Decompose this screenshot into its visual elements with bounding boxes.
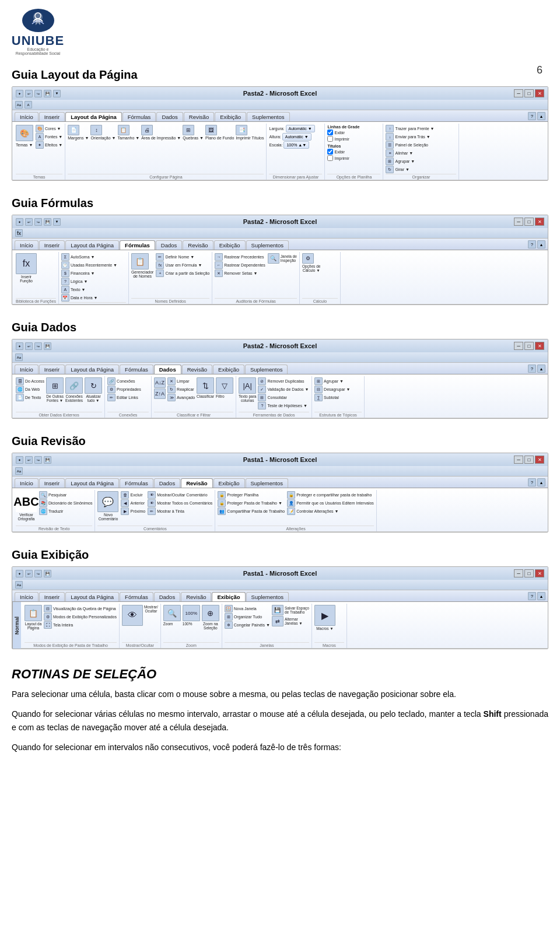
tab-revisao[interactable]: Revisão <box>184 112 214 121</box>
help-icon-r[interactable]: ? <box>528 478 536 486</box>
tab-r-dados[interactable]: Dados <box>154 478 180 488</box>
orientacao-label[interactable]: Orientação ▼ <box>90 136 116 140</box>
fontes-icon[interactable]: A <box>36 133 44 141</box>
texto-colunas-icon[interactable]: |A| <box>239 377 256 394</box>
compartilhar-pasta-label[interactable]: Compartilhar Pasta de Trabalho <box>227 509 285 513</box>
proteger-planilha-icon[interactable]: 🔒 <box>218 491 226 499</box>
inserir-funcao-label[interactable]: InserirFunção <box>16 275 37 283</box>
maximize-btn-e[interactable]: □ <box>524 569 534 577</box>
zoom-label[interactable]: Zoom <box>163 622 181 626</box>
maximize-btn-f[interactable]: □ <box>524 218 534 226</box>
texto-label[interactable]: Texto ▼ <box>71 288 86 292</box>
remover-setas-icon[interactable]: ✕ <box>215 269 223 277</box>
redo-btn-f[interactable]: ↪ <box>34 218 42 226</box>
maximize-btn-d[interactable]: □ <box>524 342 534 350</box>
tab-r-inicio[interactable]: Início <box>15 478 38 488</box>
tab-exibicao[interactable]: Exibição <box>215 112 246 121</box>
data-hora-icon[interactable]: 📅 <box>61 294 69 302</box>
quebras-label[interactable]: Quebras ▼ <box>183 136 204 140</box>
reaplicar-icon[interactable]: ↻ <box>167 386 176 393</box>
escala-input[interactable]: 100% ▲▼ <box>284 141 309 149</box>
permitir-usuarios-label[interactable]: Permitir que os Usuários Editem Interval… <box>296 501 374 505</box>
congelar-paineis-icon[interactable]: ❄ <box>225 621 233 629</box>
quebras-icon[interactable]: ⊞ <box>183 125 194 135</box>
filtro-label[interactable]: Filtro <box>216 394 233 398</box>
enviar-tras-icon[interactable]: ↓ <box>386 133 394 141</box>
help-icon[interactable]: ? <box>528 112 536 120</box>
reaplicar-label[interactable]: Reaplicar <box>177 387 194 391</box>
rastrear-prec-icon[interactable]: → <box>215 253 223 261</box>
proteger-pasta-label[interactable]: Proteger Pasta de Trabalho ▼ <box>227 501 282 505</box>
traduzir-icon[interactable]: 🌐 <box>39 507 47 515</box>
opcoes-calculo-icon[interactable]: ⚙ <box>302 253 314 264</box>
minimize-btn-d[interactable]: ─ <box>514 342 523 350</box>
nova-janela-label[interactable]: Nova Janela <box>234 607 257 611</box>
zoom-100-label[interactable]: 100% <box>183 622 200 626</box>
tela-inteira-label[interactable]: Tela Inteira <box>53 623 73 627</box>
fontes-label[interactable]: Fontes ▼ <box>45 135 62 139</box>
propriedades-label[interactable]: Propriedades <box>117 387 141 391</box>
tab-f-revisao[interactable]: Revisão <box>183 240 213 250</box>
help-icon-f[interactable]: ? <box>528 240 536 248</box>
agrupar-dados-icon[interactable]: ⊞ <box>314 377 323 385</box>
titulos-exibir-checkbox[interactable] <box>327 149 333 155</box>
minimize-btn-r[interactable]: ─ <box>514 456 523 464</box>
data-hora-label[interactable]: Data e Hora ▼ <box>71 296 98 300</box>
painel-selecao-label[interactable]: Painel de Seleção <box>395 143 428 147</box>
logica-label[interactable]: Lógica ▼ <box>71 279 88 283</box>
help-icon-d[interactable]: ? <box>528 365 536 373</box>
maximize-btn-r[interactable]: □ <box>524 456 534 464</box>
minimize-btn-e[interactable]: ─ <box>514 569 523 577</box>
usar-formula-icon[interactable]: fx <box>156 261 164 269</box>
mostrar-ocultar-label[interactable]: Mostrar/Ocultar Comentário <box>157 493 207 497</box>
tab-f-formulas[interactable]: Fórmulas <box>120 240 155 250</box>
tab-r-layout[interactable]: Layout da Página <box>65 478 119 488</box>
alternar-janelas-label[interactable]: AlternarJanelas ▼ <box>285 617 303 625</box>
save-btn-d[interactable]: 💾 <box>44 342 51 350</box>
remover-dup-label[interactable]: Remover Duplicatas <box>267 379 304 383</box>
tab-d-revisao[interactable]: Revisão <box>182 365 212 374</box>
tab-f-inserir[interactable]: Inserir <box>39 240 65 250</box>
opcoes-calculo-label[interactable]: Opções deCálculo ▼ <box>302 264 320 272</box>
mostrar-tinta-icon[interactable]: ✏ <box>148 507 156 515</box>
tab-layout[interactable]: Layout da Página <box>65 112 122 121</box>
tab-e-formulas[interactable]: Fórmulas <box>120 592 153 601</box>
titulos-imprimir-checkbox[interactable] <box>327 155 333 161</box>
save-btn[interactable]: 💾 <box>44 90 51 97</box>
definir-nome-icon[interactable]: ✏ <box>156 253 164 261</box>
redo-btn[interactable]: ↪ <box>34 90 42 97</box>
salvar-espaco-label[interactable]: Salvar Espaçode Trabalho <box>285 606 309 614</box>
altura-dropdown[interactable]: Automátic ▼ <box>282 133 312 141</box>
tab-d-formulas[interactable]: Fórmulas <box>120 365 153 374</box>
proximo-label[interactable]: Próximo <box>130 509 145 513</box>
save-btn-r[interactable]: 💾 <box>44 456 51 464</box>
modos-personaliz-icon[interactable]: ⚙ <box>44 613 52 621</box>
atualizar-tudo-icon[interactable]: ↻ <box>85 377 102 394</box>
gerenciador-nomes-label[interactable]: Gerenciadorde Nomes <box>131 270 154 278</box>
conexoes-label[interactable]: Conexões <box>117 379 135 383</box>
proteger-compartilhar-label[interactable]: Proteger e compartilhar pasta de trabalh… <box>296 493 372 497</box>
girar-icon[interactable]: ↻ <box>386 166 394 173</box>
rastrear-dep-icon[interactable]: ← <box>215 261 223 269</box>
classificar-icon[interactable]: ⇅ <box>197 377 214 394</box>
alinhar-label[interactable]: Alinhar ▼ <box>395 151 413 155</box>
pesquisar-icon[interactable]: 🔍 <box>39 491 47 499</box>
tab-e-dados[interactable]: Dados <box>154 592 180 601</box>
janela-inspecao-label[interactable]: Janela deInspeção <box>281 254 297 262</box>
close-btn-e[interactable]: ✕ <box>535 569 544 577</box>
autosoma-icon[interactable]: Σ <box>61 253 69 261</box>
remover-dup-icon[interactable]: ⊘ <box>258 377 266 385</box>
novo-comentario-label[interactable]: NovoComentário <box>97 513 118 521</box>
temas-icon[interactable]: 🎨 <box>16 125 33 141</box>
novo-comentario-icon[interactable]: 💬 <box>97 491 118 512</box>
sort-za-icon[interactable]: Z↑A <box>154 388 166 399</box>
tab-e-layout[interactable]: Layout da Página <box>65 592 119 601</box>
subtotal-icon[interactable]: ∑ <box>314 394 323 401</box>
ribbon-min-icon-d[interactable]: ▲ <box>537 365 545 373</box>
girar-label[interactable]: Girar ▼ <box>395 167 409 171</box>
sinonimos-icon[interactable]: 📚 <box>39 499 47 507</box>
texto-icon[interactable]: A <box>61 286 69 293</box>
modos-personaliz-label[interactable]: Modos de Exibição Personalizados <box>53 615 117 619</box>
validacao-dados-label[interactable]: Validação de Dados ▼ <box>267 387 309 391</box>
save-btn-e[interactable]: 💾 <box>44 570 51 577</box>
